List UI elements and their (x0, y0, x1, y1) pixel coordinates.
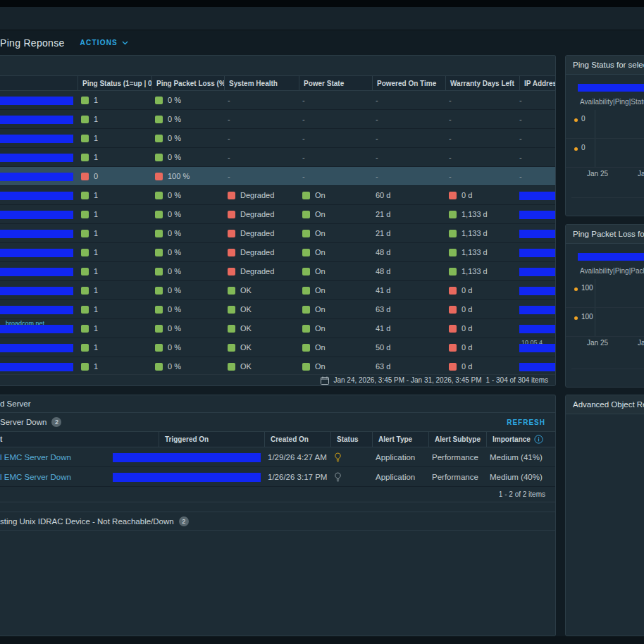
server-row[interactable]: 1 0 % Degraded On 21 d 1,133 d (0, 224, 555, 243)
alert-group-server-down[interactable]: Server Down 2 REFRESH (0, 413, 555, 432)
system-health-value: - (228, 96, 230, 104)
column-header[interactable]: Created On (264, 432, 330, 447)
system-health-value: OK (240, 324, 252, 333)
column-header[interactable]: Alert Subtype (428, 432, 486, 447)
column-header[interactable]: Ping Status (1=up | 0=do... (78, 76, 151, 90)
status-badge (81, 192, 89, 199)
server-row[interactable]: 1 0 % - - - - - (0, 110, 555, 129)
power-state-value: On (315, 362, 326, 371)
server-row[interactable]: 1 0 % OK On 41 d 0 d (0, 281, 555, 300)
column-header[interactable]: Importance (486, 432, 555, 447)
info-icon (534, 435, 543, 444)
column-header[interactable]: IP Address (519, 76, 555, 90)
system-health-value: - (228, 172, 230, 180)
server-row[interactable]: 1 0 % - - - - - (0, 129, 555, 148)
server-row[interactable]: 1 0 % - - - - - (0, 148, 555, 167)
status-badge (302, 325, 310, 333)
alert-row[interactable]: l EMC Server Down 1/29/26 4:27 AM Applic… (0, 447, 555, 467)
redacted-ip (519, 287, 555, 295)
redacted-ip (519, 363, 555, 371)
actions-menu-button[interactable]: ACTIONS (80, 39, 128, 47)
ping-status-value: 1 (94, 362, 98, 371)
status-badge (228, 325, 235, 333)
panel-title: Ping Status for selecte (566, 56, 644, 75)
packet-loss-value: 0 % (168, 134, 181, 142)
series-value: 100 (581, 284, 593, 292)
power-state-value: - (302, 153, 305, 161)
status-badge (228, 230, 235, 237)
redacted-server-name (0, 173, 73, 181)
packet-loss-value: 0 % (168, 343, 181, 352)
warranty-value: 0 d (462, 324, 472, 333)
server-table-toolbar (0, 56, 555, 75)
actions-label: ACTIONS (80, 39, 118, 47)
status-badge (81, 135, 89, 142)
x-tick-label: Jan 25 (587, 170, 608, 178)
column-header[interactable]: Ping Packet Loss (%) (151, 76, 224, 90)
power-state-value: - (302, 96, 305, 104)
column-header[interactable]: Status (330, 432, 372, 447)
server-row[interactable]: 1 0 % OK On 63 d 0 d (0, 300, 555, 319)
ping-status-panel: Ping Status for selecte Availability|Pin… (565, 55, 644, 216)
warranty-value: - (449, 153, 452, 161)
alert-group-label: sting Unix IDRAC Device - Not Reachable/… (0, 517, 174, 526)
column-header[interactable]: Triggered On (159, 432, 264, 447)
server-row[interactable]: broadcom.net 1 0 % OK On 41 d 0 d (0, 319, 555, 338)
system-health-value: - (228, 115, 230, 123)
powered-on-value: 63 d (376, 362, 390, 371)
status-badge (449, 344, 457, 352)
status-badge (302, 287, 310, 295)
packet-loss-value: 0 % (168, 324, 181, 333)
server-row[interactable]: 0 100 % - - - - - (0, 167, 555, 186)
alert-link[interactable]: l EMC Server Down (0, 473, 71, 481)
redacted-object-name (578, 253, 644, 261)
system-health-value: OK (240, 362, 252, 371)
power-state-value: On (315, 324, 326, 333)
server-row[interactable]: 1 0 % - - - - - (0, 91, 555, 110)
refresh-button[interactable]: REFRESH (507, 419, 545, 426)
server-row[interactable]: 1 0 % OK On 63 d 0 d (0, 357, 555, 376)
ping-status-value: 1 (94, 96, 98, 104)
alert-link[interactable]: l EMC Server Down (0, 453, 71, 462)
server-row[interactable]: 1 0 % OK On 50 d 0 d 10.05.4 (0, 338, 555, 357)
column-header[interactable]: System Health (224, 76, 299, 90)
ping-status-value: 1 (94, 153, 98, 161)
redacted-server-name (0, 287, 73, 295)
column-header[interactable]: Alert Type (372, 432, 428, 447)
server-row[interactable]: 1 0 % Degraded On 48 d 1,133 d (0, 262, 555, 281)
column-header[interactable] (0, 76, 78, 90)
status-badge (155, 192, 163, 199)
column-header[interactable]: Power State (299, 76, 372, 90)
server-row[interactable]: 1 0 % Degraded On 48 d 1,133 d (0, 243, 555, 262)
importance-value: Medium (41%) (490, 453, 543, 462)
server-row[interactable]: 1 0 % Degraded On 21 d 1,133 d (0, 205, 555, 224)
warranty-value: - (449, 96, 452, 104)
alert-subtype-value: Performance (432, 473, 478, 481)
status-badge (81, 173, 89, 180)
powered-on-value: 63 d (376, 305, 390, 314)
dashboard: Ping Reponse ACTIONS Ping Status (1=up |… (0, 0, 644, 644)
alert-row[interactable]: l EMC Server Down 1/26/26 3:17 PM Applic… (0, 467, 555, 487)
status-badge (302, 306, 310, 314)
alert-group-label: Server Down (0, 418, 47, 426)
column-header[interactable]: Powered On Time (372, 76, 445, 90)
metric-series-row: 0 (566, 139, 644, 168)
status-badge (155, 306, 163, 314)
redacted-ip (519, 230, 555, 238)
column-header[interactable]: t (0, 432, 159, 447)
alert-table-header: tTriggered OnCreated OnStatusAlert TypeA… (0, 432, 555, 447)
alert-type-value: Application (376, 453, 415, 462)
page-title: Ping Reponse (0, 37, 65, 49)
status-badge (155, 230, 163, 237)
status-badge (81, 363, 89, 371)
mini-chart-rows: 100100 (566, 279, 644, 337)
column-header[interactable]: Warranty Days Left (445, 76, 519, 90)
redacted-server-name (0, 268, 73, 276)
redacted-ip (519, 344, 555, 352)
status-badge (449, 325, 457, 333)
status-badge (155, 173, 163, 180)
ping-status-value: 1 (94, 324, 98, 333)
alert-group-idrac[interactable]: sting Unix IDRAC Device - Not Reachable/… (0, 512, 555, 531)
server-row[interactable]: 1 0 % Degraded On 60 d 0 d (0, 186, 555, 205)
status-badge (155, 249, 163, 256)
